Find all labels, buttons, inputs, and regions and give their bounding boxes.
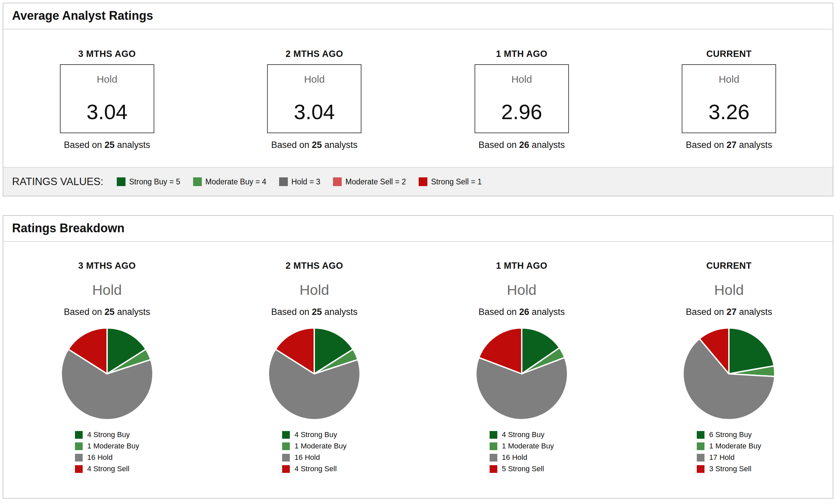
legend-item-label: Moderate Buy = 4 — [206, 177, 266, 187]
breakdown-column: 2 MTHS AGO Hold Based on 25 analysts 4 S… — [211, 261, 418, 476]
period-label: CURRENT — [706, 261, 752, 271]
legend-item-label: Moderate Sell = 2 — [345, 177, 406, 187]
pie-legend-row: 3 Strong Sell — [697, 465, 761, 473]
pie-legend-label: 3 Strong Sell — [709, 465, 751, 473]
pie-legend-row: 1 Moderate Buy — [75, 442, 139, 450]
based-on-prefix: Based on — [686, 307, 724, 317]
pie-legend: 4 Strong Buy 1 Moderate Buy 16 Hold 5 St… — [490, 428, 554, 476]
analyst-count: 25 — [104, 140, 114, 150]
pie-legend: 4 Strong Buy 1 Moderate Buy 16 Hold 4 St… — [282, 428, 346, 476]
pie-legend-row: 4 Strong Buy — [490, 430, 554, 439]
rating-value: 3.04 — [294, 101, 335, 122]
analyst-count-text: Based on 25 analysts — [64, 140, 150, 150]
moderate-buy-swatch — [193, 177, 202, 186]
strong-sell-swatch — [490, 465, 497, 473]
rating-column: 2 MTHS AGO Hold 3.04 Based on 25 analyst… — [211, 49, 418, 150]
pie-legend-row: 5 Strong Sell — [490, 465, 554, 473]
based-on-suffix: analysts — [532, 307, 565, 317]
pie-legend-row: 4 Strong Sell — [282, 465, 346, 473]
ratings-values-legend-item: Strong Sell = 1 — [419, 177, 482, 187]
pie-legend-label: 1 Moderate Buy — [294, 442, 346, 450]
analyst-count: 26 — [519, 140, 529, 150]
analyst-count-text: Based on 25 analysts — [64, 307, 150, 317]
pie-legend-row: 6 Strong Buy — [697, 430, 761, 439]
analyst-count: 25 — [104, 307, 114, 317]
period-label: 1 MTH AGO — [496, 49, 548, 59]
analyst-count-text: Based on 26 analysts — [479, 307, 565, 317]
pie-legend-row: 16 Hold — [75, 453, 139, 462]
legend-item-label: Strong Sell = 1 — [431, 177, 482, 187]
pie-legend-label: 6 Strong Buy — [709, 430, 752, 439]
ratings-values-label: RATINGS VALUES: — [12, 176, 103, 188]
pie-legend-label: 4 Strong Buy — [294, 430, 337, 439]
period-label: CURRENT — [706, 49, 752, 59]
pie-legend-row: 4 Strong Buy — [282, 430, 346, 439]
period-label: 3 MTHS AGO — [78, 49, 136, 59]
pie-legend-label: 1 Moderate Buy — [709, 442, 761, 450]
pie-legend-row: 1 Moderate Buy — [282, 442, 346, 450]
analyst-count: 26 — [519, 307, 529, 317]
analyst-count: 25 — [312, 140, 322, 150]
pie-legend-label: 4 Strong Sell — [87, 465, 130, 473]
pie-legend-label: 4 Strong Sell — [294, 465, 337, 473]
breakdown-column: 1 MTH AGO Hold Based on 26 analysts 4 St… — [418, 261, 626, 476]
pie-chart — [680, 325, 777, 422]
based-on-suffix: analysts — [324, 307, 357, 317]
strong-sell-swatch — [282, 465, 290, 473]
strong-buy-swatch — [282, 431, 290, 439]
based-on-prefix: Based on — [64, 140, 102, 150]
rating-value: 3.26 — [708, 101, 750, 122]
rating-box: Hold 2.96 — [475, 64, 569, 133]
rating-box: Hold 3.04 — [267, 64, 361, 133]
hold-legend-swatch — [279, 177, 288, 186]
based-on-prefix: Based on — [271, 140, 309, 150]
moderate-buy-swatch — [697, 442, 704, 450]
panel-title: Average Analyst Ratings — [3, 3, 833, 30]
rating-box: Hold 3.04 — [60, 64, 154, 133]
rating-column: CURRENT Hold 3.26 Based on 27 analysts — [626, 49, 833, 150]
based-on-suffix: analysts — [117, 140, 150, 150]
legend-item-label: Hold = 3 — [291, 177, 320, 187]
average-analyst-ratings-panel: Average Analyst Ratings 3 MTHS AGO Hold … — [3, 3, 833, 196]
hold-swatch — [490, 454, 497, 462]
pie-legend: 6 Strong Buy 1 Moderate Buy 17 Hold 3 St… — [697, 428, 761, 476]
based-on-prefix: Based on — [479, 140, 517, 150]
pie-chart — [59, 325, 156, 422]
based-on-suffix: analysts — [739, 307, 772, 317]
pie-legend-label: 5 Strong Sell — [502, 465, 544, 473]
period-label: 3 MTHS AGO — [78, 261, 136, 271]
based-on-prefix: Based on — [271, 307, 309, 317]
legend-item-label: Strong Buy = 5 — [129, 177, 180, 187]
pie-legend-row: 16 Hold — [490, 453, 554, 462]
period-label: 2 MTHS AGO — [285, 49, 343, 59]
rating-text: Hold — [92, 282, 122, 298]
pie-chart — [266, 325, 363, 422]
breakdown-column: 3 MTHS AGO Hold Based on 25 analysts 4 S… — [3, 261, 211, 476]
rating-text: Hold — [511, 74, 532, 85]
analyst-count: 25 — [312, 307, 322, 317]
pie-legend-row: 1 Moderate Buy — [490, 442, 554, 450]
rating-text: Hold — [300, 282, 329, 298]
based-on-prefix: Based on — [479, 307, 517, 317]
moderate-buy-swatch — [490, 442, 497, 450]
based-on-suffix: analysts — [532, 140, 565, 150]
period-label: 1 MTH AGO — [496, 261, 548, 271]
hold-swatch — [282, 454, 290, 462]
strong-sell-swatch — [75, 465, 83, 473]
strong-buy-swatch — [490, 431, 497, 439]
analyst-count: 27 — [726, 307, 737, 317]
rating-value: 2.96 — [501, 101, 542, 122]
moderate-sell-swatch — [333, 177, 342, 186]
analyst-count-text: Based on 25 analysts — [271, 140, 357, 150]
analyst-count-text: Based on 27 analysts — [686, 140, 772, 150]
average-ratings-columns: 3 MTHS AGO Hold 3.04 Based on 25 analyst… — [3, 30, 833, 167]
ratings-breakdown-panel: Ratings Breakdown 3 MTHS AGO Hold Based … — [3, 215, 833, 499]
strong-buy-swatch — [75, 431, 83, 439]
based-on-suffix: analysts — [739, 140, 772, 150]
period-label: 2 MTHS AGO — [285, 261, 343, 271]
based-on-prefix: Based on — [64, 307, 102, 317]
rating-value: 3.04 — [86, 101, 128, 122]
pie-legend-label: 4 Strong Buy — [87, 430, 130, 439]
moderate-buy-swatch — [282, 442, 290, 450]
rating-text: Hold — [714, 282, 744, 298]
